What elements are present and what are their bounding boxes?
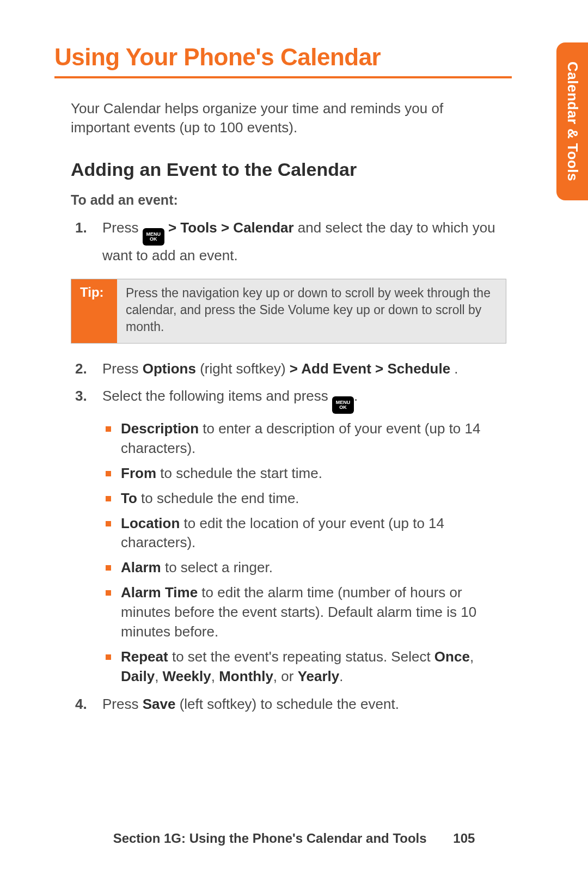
menu-ok-key-icon: MENU OK bbox=[332, 396, 354, 414]
step-number: 1. bbox=[75, 218, 87, 237]
field-label: Location bbox=[121, 515, 180, 531]
page-title: Using Your Phone's Calendar bbox=[54, 44, 512, 78]
field-label: Description bbox=[121, 420, 199, 437]
menu-ok-key-icon: MENU OK bbox=[143, 228, 164, 246]
manual-page: Calendar & Tools Using Your Phone's Cale… bbox=[0, 0, 588, 882]
sep: , bbox=[470, 648, 474, 665]
step-2: 2. Press Options (right softkey) > Add E… bbox=[71, 359, 506, 378]
field-desc: to select a ringer. bbox=[161, 559, 273, 575]
tip-body: Press the navigation key up or down to s… bbox=[117, 279, 506, 343]
field-desc: to set the event's repeating status. Sel… bbox=[168, 648, 434, 665]
field-alarm: Alarm to select a ringer. bbox=[102, 558, 506, 578]
repeat-option-weekly: Weekly bbox=[163, 668, 211, 684]
footer-section: Section 1G: Using the Phone's Calendar a… bbox=[113, 831, 427, 846]
field-to: To to schedule the end time. bbox=[102, 489, 506, 509]
step-text: Press bbox=[102, 696, 143, 712]
step-text: (left softkey) to schedule the event. bbox=[180, 696, 399, 712]
nav-path: > Tools > Calendar bbox=[168, 219, 294, 236]
softkey-options: Options bbox=[143, 360, 196, 377]
repeat-option-daily: Daily bbox=[121, 668, 155, 684]
field-label: Repeat bbox=[121, 648, 168, 665]
step-text: Select the following items and press bbox=[102, 388, 332, 404]
nav-path: > Add Event > Schedule bbox=[290, 360, 450, 377]
sep: , bbox=[211, 668, 219, 684]
step-number: 3. bbox=[75, 386, 87, 406]
page-number: 105 bbox=[453, 831, 475, 846]
sep: , bbox=[155, 668, 162, 684]
tip-label: Tip: bbox=[71, 279, 117, 343]
step-list-continued: 2. Press Options (right softkey) > Add E… bbox=[71, 359, 506, 714]
step-text: Press bbox=[102, 219, 143, 236]
field-label: Alarm Time bbox=[121, 584, 198, 601]
field-list: Description to enter a description of yo… bbox=[102, 419, 506, 687]
softkey-save: Save bbox=[143, 696, 176, 712]
menu-key-line2: OK bbox=[339, 405, 347, 410]
step-4: 4. Press Save (left softkey) to schedule… bbox=[71, 694, 506, 714]
page-footer: Section 1G: Using the Phone's Calendar a… bbox=[0, 831, 588, 846]
repeat-option-once: Once bbox=[434, 648, 470, 665]
step-text: (right softkey) bbox=[200, 360, 290, 377]
end: . bbox=[339, 668, 343, 684]
field-from: From to schedule the start time. bbox=[102, 464, 506, 483]
section-subheading: Adding an Event to the Calendar bbox=[71, 159, 539, 180]
step-text: . bbox=[354, 388, 358, 404]
section-side-tab: Calendar & Tools bbox=[556, 42, 588, 200]
field-desc: to schedule the end time. bbox=[137, 490, 299, 506]
side-tab-label: Calendar & Tools bbox=[564, 62, 581, 181]
field-location: Location to edit the location of your ev… bbox=[102, 514, 506, 553]
field-repeat: Repeat to set the event's repeating stat… bbox=[102, 647, 506, 687]
step-text: . bbox=[454, 360, 458, 377]
procedure-lead: To add an event: bbox=[71, 192, 539, 208]
field-label: From bbox=[121, 465, 156, 481]
field-alarm-time: Alarm Time to edit the alarm time (numbe… bbox=[102, 583, 506, 642]
menu-key-line2: OK bbox=[150, 237, 157, 242]
field-label: To bbox=[121, 490, 137, 506]
sep-or: , or bbox=[273, 668, 298, 684]
step-list: 1. Press MENU OK > Tools > Calendar and … bbox=[71, 218, 506, 265]
repeat-option-yearly: Yearly bbox=[298, 668, 340, 684]
intro-paragraph: Your Calendar helps organize your time a… bbox=[71, 99, 501, 137]
step-3: 3. Select the following items and press … bbox=[71, 386, 506, 687]
step-number: 4. bbox=[75, 694, 87, 714]
field-label: Alarm bbox=[121, 559, 161, 575]
repeat-option-monthly: Monthly bbox=[219, 668, 273, 684]
step-number: 2. bbox=[75, 359, 87, 378]
tip-callout: Tip: Press the navigation key up or down… bbox=[71, 279, 506, 344]
step-1: 1. Press MENU OK > Tools > Calendar and … bbox=[71, 218, 506, 265]
step-text: Press bbox=[102, 360, 143, 377]
field-desc: to schedule the start time. bbox=[156, 465, 322, 481]
field-description: Description to enter a description of yo… bbox=[102, 419, 506, 458]
